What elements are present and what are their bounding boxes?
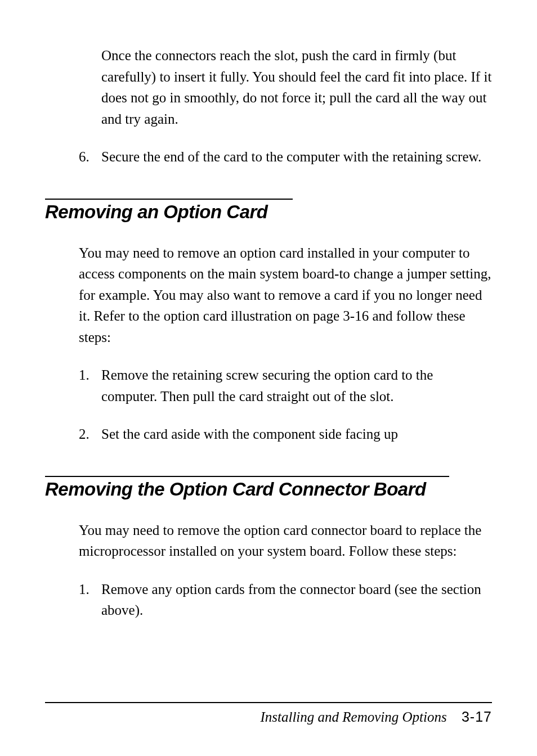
footer-page-number: 3-17 (462, 709, 492, 724)
section-heading-1-wrap: Removing an Option Card (45, 199, 492, 223)
section2-intro: You may need to remove the option card c… (79, 520, 492, 562)
list-number: 6. (79, 146, 101, 168)
section-heading-1: Removing an Option Card (45, 201, 492, 223)
heading-rule (45, 199, 293, 200)
list-text: Remove any option cards from the connect… (101, 579, 492, 621)
list-text: Remove the retaining screw securing the … (101, 364, 492, 407)
heading-rule (45, 476, 449, 477)
section1-intro: You may need to remove an option card in… (79, 242, 492, 348)
section1-item-2: 2. Set the card aside with the component… (79, 424, 492, 445)
page-footer: Installing and Removing Options 3-17 (45, 702, 492, 725)
list-number: 2. (79, 424, 101, 445)
list-number: 1. (79, 364, 101, 407)
section1-item-1: 1. Remove the retaining screw securing t… (79, 364, 492, 407)
section2-item-1: 1. Remove any option cards from the conn… (79, 579, 492, 621)
list-text: Set the card aside with the component si… (101, 424, 492, 445)
continuation-paragraph: Once the connectors reach the slot, push… (101, 45, 492, 129)
footer-rule (45, 702, 492, 703)
section-heading-2-wrap: Removing the Option Card Connector Board (45, 476, 492, 500)
footer-chapter-title: Installing and Removing Options (260, 709, 446, 724)
list-number: 1. (79, 579, 101, 621)
list-text: Secure the end of the card to the comput… (101, 146, 492, 168)
section-heading-2: Removing the Option Card Connector Board (45, 479, 492, 500)
list-item-6: 6. Secure the end of the card to the com… (79, 146, 492, 168)
